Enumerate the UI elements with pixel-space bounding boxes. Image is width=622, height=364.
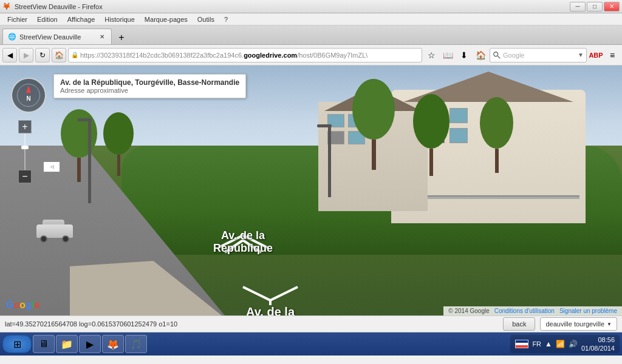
car-wheel-right bbox=[62, 235, 69, 243]
close-button[interactable]: ✕ bbox=[604, 2, 620, 12]
titlebar-favicon: 🦊 bbox=[2, 2, 11, 10]
url-prefix: https://30239318f214b2cdc3b069138f22a3fb… bbox=[80, 52, 244, 59]
tooltip-address: Av. de la République, Tourgéville, Basse… bbox=[60, 78, 239, 87]
network-icon: 📶 bbox=[556, 340, 565, 348]
back-nav-button[interactable]: ◀ bbox=[2, 48, 17, 62]
minimize-button[interactable]: ─ bbox=[570, 2, 586, 12]
download-button[interactable]: ⬇ bbox=[457, 48, 471, 62]
compass-north-arrow bbox=[26, 86, 31, 93]
zoom-control: + − bbox=[18, 120, 32, 183]
search-dropdown[interactable]: ▼ bbox=[578, 52, 584, 58]
start-button[interactable]: ⊞ bbox=[2, 335, 32, 353]
tab-title: StreetView Deauville bbox=[19, 33, 95, 41]
tree-4 bbox=[413, 94, 449, 176]
language-label[interactable]: FR bbox=[532, 340, 541, 348]
compass-north-label: N bbox=[26, 95, 30, 102]
taskbar: ⊞ 🖥 📁 ▶ 🦊 🎵 FR ▲ 📶 🔊 08:56 01/08/2014 bbox=[0, 332, 622, 356]
url-suffix: /host/0B6GM9ay7ImZL\ bbox=[297, 52, 367, 59]
adblock-button[interactable]: ABP bbox=[589, 48, 603, 62]
taskbar-app-1[interactable]: 🖥 bbox=[33, 335, 55, 353]
car-wheel-left bbox=[40, 235, 47, 243]
street-arrow-near bbox=[237, 281, 304, 305]
location-dropdown-arrow: ▼ bbox=[607, 322, 612, 327]
menu-affichage[interactable]: Affichage bbox=[63, 15, 100, 24]
systray: FR ▲ 📶 🔊 08:56 01/08/2014 bbox=[510, 335, 620, 353]
tree-5 bbox=[480, 97, 513, 173]
home-addr-button[interactable]: 🏠 bbox=[473, 48, 488, 62]
menu-edition[interactable]: Edition bbox=[32, 15, 63, 24]
report-link[interactable]: Signaler un problème bbox=[559, 308, 617, 314]
location-text: deauville tourgeville bbox=[545, 320, 604, 328]
taskbar-app-3[interactable]: ▶ bbox=[79, 335, 101, 353]
taskbar-app-2[interactable]: 📁 bbox=[56, 335, 78, 353]
car bbox=[36, 221, 73, 243]
url-secure-icon: 🔒 bbox=[71, 52, 78, 58]
status-coords: lat=49.35270216564708 log=0.061537060125… bbox=[5, 320, 498, 328]
street-name-far: Av. de la République bbox=[213, 229, 273, 254]
menu-outils[interactable]: Outils bbox=[193, 15, 219, 24]
tabbar: 🌐 StreetView Deauville ✕ + bbox=[0, 25, 622, 45]
forward-nav-button[interactable]: ▶ bbox=[19, 48, 33, 62]
new-tab-button[interactable]: + bbox=[114, 31, 129, 44]
search-bar[interactable]: Google ▼ bbox=[490, 48, 587, 62]
statusbar: lat=49.35270216564708 log=0.061537060125… bbox=[0, 315, 622, 332]
windows-logo-icon: ⊞ bbox=[13, 339, 21, 350]
google-logo: Google bbox=[6, 300, 39, 311]
active-tab[interactable]: 🌐 StreetView Deauville ✕ bbox=[2, 29, 112, 44]
search-placeholder: Google bbox=[503, 52, 524, 59]
window-controls: ─ □ ✕ bbox=[570, 2, 620, 12]
url-text: https://30239318f214b2cdc3b069138f22a3fb… bbox=[80, 52, 367, 59]
svg-line-1 bbox=[497, 56, 500, 58]
svg-point-0 bbox=[494, 52, 498, 56]
location-selector[interactable]: deauville tourgeville ▼ bbox=[540, 317, 617, 331]
zoom-out-button[interactable]: − bbox=[18, 170, 32, 183]
titlebar: 🦊 StreetView Deauville - Firefox ─ □ ✕ bbox=[0, 0, 622, 13]
street-name-near-text: Av. de la République bbox=[237, 305, 304, 315]
menu-fichier[interactable]: Fichier bbox=[2, 15, 32, 24]
tab-favicon: 🌐 bbox=[8, 33, 16, 41]
zoom-thumb bbox=[21, 146, 29, 149]
menu-marque-pages[interactable]: Marque-pages bbox=[140, 15, 193, 24]
compass-inner: N bbox=[17, 84, 40, 107]
tooltip-sub: Adresse approximative bbox=[60, 87, 239, 94]
streetview[interactable]: ◁ N + − Av. de la République, Tourgévill… bbox=[0, 66, 622, 315]
lamppost-2 bbox=[328, 124, 331, 197]
zoom-in-button[interactable]: + bbox=[18, 120, 32, 133]
road-sign: ◁ bbox=[43, 161, 61, 173]
taskbar-music[interactable]: 🎵 bbox=[125, 335, 147, 353]
reload-button[interactable]: ↻ bbox=[35, 48, 50, 62]
maximize-button[interactable]: □ bbox=[587, 2, 603, 12]
bookmark-button[interactable]: ☆ bbox=[424, 48, 439, 62]
clock-date: 01/08/2014 bbox=[581, 344, 615, 352]
search-icon bbox=[493, 51, 501, 59]
menubar: Fichier Edition Affichage Historique Mar… bbox=[0, 13, 622, 25]
terms-link[interactable]: Conditions d'utilisation bbox=[494, 308, 555, 314]
street-name-far-text: Av. de la République bbox=[213, 229, 273, 255]
back-button[interactable]: back bbox=[503, 317, 535, 331]
signal-icon: ▲ bbox=[545, 340, 552, 348]
home-button[interactable]: 🏠 bbox=[52, 48, 66, 62]
menu-button[interactable]: ≡ bbox=[605, 48, 620, 62]
tab-close-button[interactable]: ✕ bbox=[98, 33, 106, 41]
volume-icon: 🔊 bbox=[569, 340, 578, 348]
menu-help[interactable]: ? bbox=[219, 15, 233, 24]
taskbar-firefox[interactable]: 🦊 bbox=[102, 335, 124, 353]
street-name-near: Av. de la République bbox=[237, 281, 304, 305]
reading-mode-button[interactable]: 📖 bbox=[440, 48, 455, 62]
compass-control[interactable]: N bbox=[11, 78, 46, 113]
copyright-bar: © 2014 Google Conditions d'utilisation S… bbox=[443, 306, 622, 315]
menu-historique[interactable]: Historique bbox=[100, 15, 140, 24]
tree-3 bbox=[352, 79, 395, 170]
tree-2 bbox=[103, 112, 134, 176]
clock-time: 08:56 bbox=[581, 335, 615, 344]
titlebar-title: StreetView Deauville - Firefox bbox=[15, 3, 570, 10]
url-bar[interactable]: 🔒 https://30239318f214b2cdc3b069138f22a3… bbox=[68, 48, 422, 62]
lamppost-1 bbox=[88, 118, 91, 203]
copyright-text: © 2014 Google bbox=[448, 308, 489, 314]
system-clock: 08:56 01/08/2014 bbox=[581, 335, 615, 353]
addressbar: ◀ ▶ ↻ 🏠 🔒 https://30239318f214b2cdc3b069… bbox=[0, 45, 622, 66]
zoom-track[interactable] bbox=[24, 133, 26, 170]
address-tooltip: Av. de la République, Tourgéville, Basse… bbox=[53, 74, 246, 98]
language-flag bbox=[515, 340, 528, 348]
url-domain: googledrive.com bbox=[244, 52, 297, 59]
